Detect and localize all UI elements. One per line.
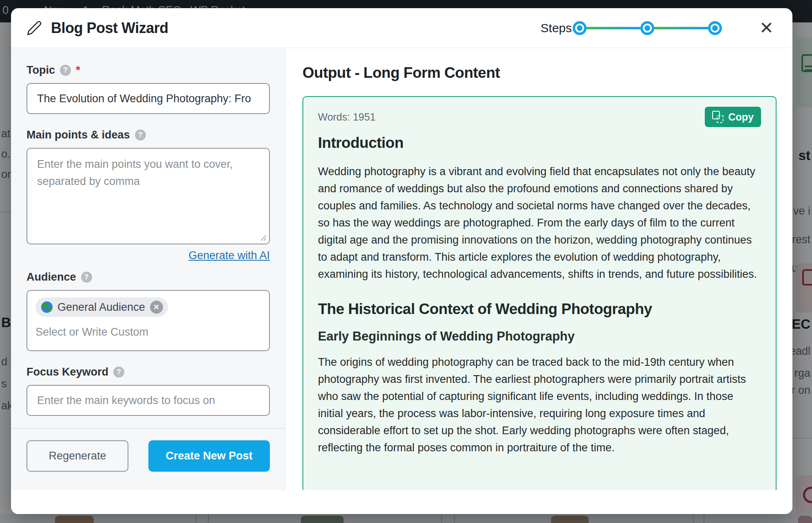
modal-body: Topic ? * Main points & ideas ? Generate… — [11, 48, 792, 490]
copy-button-label: Copy — [728, 111, 754, 123]
help-icon[interactable]: ? — [60, 65, 71, 76]
topic-label: Topic — [26, 64, 55, 77]
help-icon[interactable]: ? — [113, 367, 124, 378]
globe-icon — [41, 301, 53, 313]
main-points-textarea[interactable] — [26, 148, 270, 244]
content-heading: Introduction — [318, 134, 761, 152]
steps-indicator: Steps — [541, 21, 722, 35]
step-connector — [587, 27, 640, 29]
output-heading: Output - Long Form Content — [302, 64, 777, 81]
audience-tag-label: General Audience — [57, 301, 145, 314]
steps-label: Steps — [541, 21, 572, 35]
help-icon[interactable]: ? — [135, 130, 146, 141]
content-paragraph: Wedding photography is a vibrant and evo… — [318, 163, 761, 283]
main-points-label: Main points & ideas — [26, 129, 130, 141]
topic-input[interactable] — [26, 83, 270, 114]
regenerate-button[interactable]: Regenerate — [26, 440, 128, 472]
word-count: Words: 1951 — [318, 111, 375, 123]
focus-keyword-input[interactable] — [26, 385, 270, 416]
focus-keyword-label: Focus Keyword — [26, 366, 108, 378]
output-panel: Output - Long Form Content Words: 1951 C… — [285, 48, 792, 490]
content-heading: The Historical Context of Wedding Photog… — [318, 301, 761, 318]
modal-footer — [11, 490, 792, 514]
help-icon[interactable]: ? — [81, 272, 92, 283]
generated-content-box: Words: 1951 Copy Introduction Wedding ph… — [302, 96, 777, 490]
copy-icon — [712, 111, 724, 123]
blog-post-wizard-modal: Blog Post Wizard Steps ✕ Topic ? * Main … — [11, 8, 792, 514]
remove-tag-icon[interactable]: ✕ — [150, 301, 163, 314]
step-dot-2[interactable] — [640, 21, 654, 35]
divider — [11, 428, 285, 429]
generate-with-ai-link[interactable]: Generate with AI — [188, 249, 270, 262]
audience-tag: General Audience ✕ — [35, 297, 168, 317]
content-paragraph: The origins of wedding photography can b… — [318, 354, 761, 456]
content-subheading: Early Beginnings of Wedding Photography — [318, 329, 761, 344]
audience-placeholder: Select or Write Custom — [35, 326, 261, 338]
copy-button[interactable]: Copy — [705, 107, 761, 127]
close-icon[interactable]: ✕ — [757, 20, 776, 37]
create-new-post-button[interactable]: Create New Post — [148, 440, 270, 472]
resize-handle-icon[interactable] — [259, 234, 267, 241]
modal-header: Blog Post Wizard Steps ✕ — [11, 8, 792, 48]
audience-label: Audience — [26, 271, 76, 283]
step-dot-3[interactable] — [708, 21, 722, 35]
pencil-icon — [26, 20, 42, 36]
step-connector — [654, 27, 708, 29]
required-asterisk: * — [76, 64, 80, 77]
audience-select-field[interactable]: General Audience ✕ Select or Write Custo… — [26, 290, 270, 351]
modal-title: Blog Post Wizard — [51, 20, 168, 37]
step-dot-1[interactable] — [573, 21, 587, 35]
wizard-form-panel: Topic ? * Main points & ideas ? Generate… — [11, 48, 285, 490]
